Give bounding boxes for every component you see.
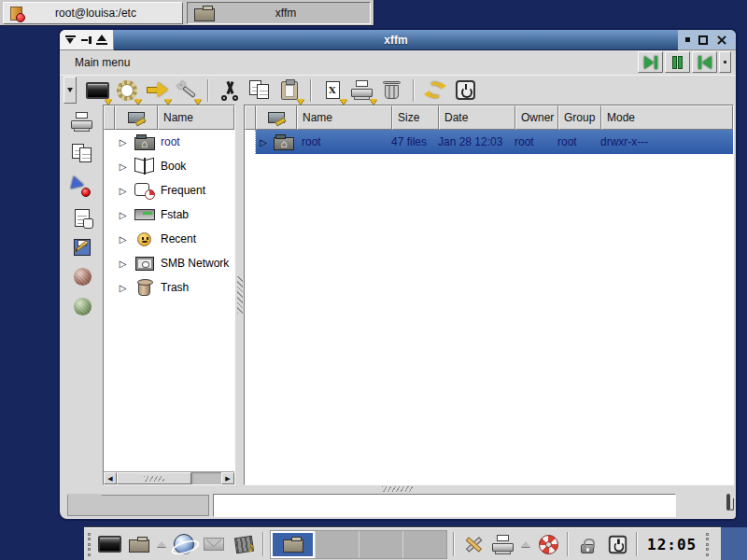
scrollbar-track[interactable] [191, 472, 221, 484]
tree-item-frequent[interactable]: ▷ Frequent [104, 178, 234, 203]
expander-icon[interactable]: ▷ [115, 259, 131, 269]
pager-desktop-4[interactable] [402, 531, 446, 558]
pager-desktop-3[interactable] [359, 531, 402, 558]
column-header-date[interactable]: Date [439, 105, 515, 130]
files-panel: Name Size Date Owner Group Mode ▷ root 4… [244, 105, 734, 485]
skip-forward-button[interactable] [638, 51, 663, 73]
tree-corner-cell[interactable] [104, 105, 115, 130]
launcher-terminal[interactable] [94, 530, 124, 558]
panel-separator [453, 532, 455, 556]
bottom-panel: 12:05 [84, 527, 721, 560]
lock-screen-button[interactable] [572, 530, 602, 558]
scroll-right-icon[interactable]: ▶ [221, 472, 234, 484]
scissors-icon [220, 80, 239, 101]
save-edit-icon[interactable] [74, 239, 91, 256]
terminal-icon [98, 536, 121, 553]
scrollbar-thumb[interactable] [117, 472, 191, 484]
panel-handle-left[interactable] [84, 528, 94, 560]
print-button[interactable] [347, 77, 377, 104]
close-icon[interactable]: × [715, 35, 727, 46]
panel-clock[interactable]: 12:05 [641, 536, 702, 553]
copy-button[interactable] [245, 77, 275, 104]
column-header-size[interactable]: Size [392, 105, 439, 130]
taskbar-button-xffm[interactable]: xffm [187, 2, 371, 24]
expander-icon[interactable]: ▷ [115, 210, 131, 220]
paste-button[interactable] [275, 77, 304, 104]
sphere-green-icon[interactable] [74, 298, 92, 315]
column-header-name[interactable]: Name [297, 105, 392, 130]
pager-desktop-1[interactable] [271, 531, 315, 558]
expander-icon[interactable]: ▷ [115, 234, 131, 245]
files-header: Name Size Date Owner Group Mode [245, 105, 733, 130]
expander-icon[interactable]: ▷ [115, 283, 131, 293]
tools-button[interactable] [172, 77, 202, 104]
window-menu-icon[interactable] [65, 35, 76, 45]
launcher-print[interactable] [488, 530, 518, 558]
tree-name-header[interactable]: Name [158, 105, 234, 130]
tree-icon-header[interactable] [115, 105, 158, 130]
reload-button[interactable] [420, 77, 450, 104]
expander-icon[interactable]: ▷ [115, 186, 131, 196]
files-corner-cell[interactable] [245, 105, 256, 130]
iconify-icon[interactable] [685, 37, 690, 42]
launcher-media[interactable] [229, 530, 259, 558]
expander-icon[interactable]: ▷ [256, 137, 271, 147]
expander-icon[interactable]: ▷ [115, 137, 131, 147]
settings-button[interactable] [112, 77, 142, 104]
exit-button[interactable] [450, 77, 480, 104]
goto-button[interactable] [142, 77, 172, 104]
toolbar-separator [310, 79, 312, 102]
quit-button[interactable] [602, 530, 632, 558]
tree-empty-area [104, 300, 234, 471]
run-icon[interactable] [72, 175, 92, 197]
pause-button[interactable] [665, 51, 690, 73]
trash-button[interactable] [377, 77, 407, 104]
tree-item-book[interactable]: ▷ Book [104, 154, 234, 178]
command-input[interactable] [213, 494, 676, 517]
launcher-browser[interactable] [169, 530, 199, 558]
terminal-button[interactable] [82, 77, 112, 104]
shade-icon[interactable] [96, 35, 107, 45]
skip-back-button[interactable] [692, 51, 717, 73]
printer-icon[interactable] [71, 112, 93, 132]
main-menu[interactable]: Main menu [75, 56, 130, 69]
cut-button[interactable] [215, 77, 245, 104]
column-header-owner[interactable]: Owner [515, 105, 558, 130]
touch-document-icon[interactable] [75, 209, 90, 227]
reload-icon [425, 81, 445, 99]
window-title[interactable]: xffm [114, 30, 678, 50]
tree-item-trash[interactable]: ▷ Trash [104, 275, 234, 300]
files-icon-header[interactable] [256, 105, 297, 130]
tree-item-root[interactable]: ▷ root [104, 130, 234, 154]
popup-arrow-print[interactable] [518, 530, 533, 558]
launcher-settings-tools[interactable] [458, 530, 488, 558]
expander-icon[interactable]: ▷ [115, 161, 131, 172]
resize-grip[interactable] [60, 485, 736, 493]
column-header-group[interactable]: Group [558, 105, 601, 130]
panel-divider[interactable] [235, 105, 244, 485]
launcher-file-manager[interactable] [124, 530, 154, 558]
tree-item-smb-network[interactable]: ▷ SMB Network [104, 251, 234, 275]
launcher-help[interactable] [533, 530, 563, 558]
tree-item-fstab[interactable]: ▷ Fstab [104, 203, 234, 227]
tree-item-recent[interactable]: ▷ Recent [104, 227, 234, 251]
script-button[interactable] [317, 77, 347, 104]
panel-handle-right[interactable] [702, 528, 712, 560]
file-row-root[interactable]: ▷ root 47 files Jan 28 12:03 root root d… [245, 130, 733, 154]
more-button[interactable] [719, 51, 731, 73]
launcher-mail[interactable] [199, 530, 229, 558]
popup-arrow-files[interactable] [154, 530, 169, 558]
pager-desktop-2[interactable] [315, 531, 359, 558]
globe-icon [174, 534, 194, 554]
taskbar-button-terminal[interactable]: root@louisa:/etc [3, 2, 183, 24]
scroll-left-icon[interactable]: ◀ [104, 472, 117, 484]
sphere-red-icon[interactable] [74, 268, 92, 286]
copy-pages-icon[interactable] [72, 144, 92, 163]
maximize-icon[interactable] [698, 35, 708, 45]
column-header-mode[interactable]: Mode [601, 105, 733, 130]
wrench-icon [176, 80, 198, 101]
dropdown-icon[interactable] [63, 77, 77, 104]
paperclip-button[interactable] [726, 496, 730, 509]
folder-icon [283, 539, 303, 553]
sticky-pin-icon[interactable] [81, 35, 92, 45]
